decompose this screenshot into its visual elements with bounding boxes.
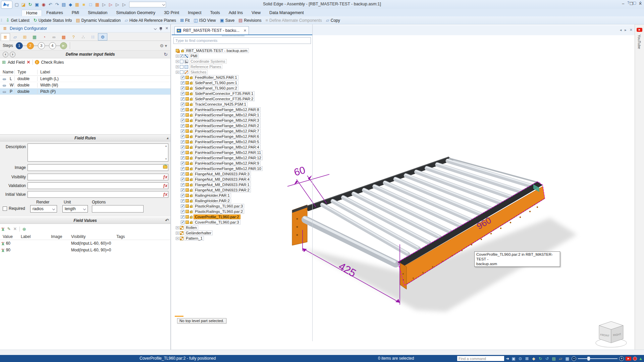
delete-value-icon[interactable]: ✕ bbox=[13, 227, 17, 231]
field-row[interactable]: W double Width (W) bbox=[0, 82, 170, 88]
column-header[interactable]: Label bbox=[21, 234, 51, 239]
expand-icon[interactable]: + bbox=[176, 232, 179, 235]
toolbar-button[interactable]: ▤ Revisions bbox=[236, 17, 263, 23]
tree-part-row[interactable]: PanHeadScrewFlange_M8x12.PAR:8 bbox=[172, 107, 313, 112]
properties-icon[interactable]: ▤ bbox=[61, 2, 67, 8]
tree-part-row[interactable]: FlangeNut_M8_DIN6923.PAR:3 bbox=[172, 171, 313, 177]
ribbon-tab[interactable]: Add Ins bbox=[224, 10, 247, 16]
tree-part-row[interactable]: PanHeadScrewFlange_M8x12.PAR:10 bbox=[172, 166, 313, 171]
step-circle[interactable]: 4 bbox=[49, 42, 56, 49]
screen-icon[interactable]: ▣ bbox=[511, 356, 516, 361]
value-row[interactable]: abcA60 Mod(Input.L-60, 60)=0 bbox=[0, 240, 170, 247]
tree-part-row[interactable]: FlangeNut_M8_DIN6923.PAR:2 bbox=[172, 187, 313, 193]
toolbar-grip[interactable]: ⁞⁞ bbox=[1, 18, 2, 22]
youtube-tab[interactable]: YouTube bbox=[637, 35, 641, 49]
stamp-icon[interactable]: ◉ bbox=[41, 2, 47, 8]
youtube-status-icon[interactable] bbox=[626, 357, 631, 361]
panel-menu-icon[interactable] bbox=[154, 27, 157, 29]
visibility-checkbox[interactable] bbox=[181, 97, 184, 101]
ribbon-tab[interactable]: 3D Print bbox=[160, 10, 183, 16]
ribbon-tab[interactable]: Data Management bbox=[265, 10, 308, 16]
minimize-button[interactable]: – bbox=[622, 1, 624, 6]
visibility-checkbox[interactable] bbox=[181, 145, 184, 149]
delete-field-icon[interactable]: ✕ bbox=[27, 60, 31, 65]
visibility-checkbox[interactable] bbox=[181, 167, 184, 171]
expand-icon[interactable]: + bbox=[176, 60, 179, 63]
tree-group-row[interactable]: + Pattern_1 bbox=[172, 236, 313, 241]
visibility-checkbox[interactable] bbox=[181, 183, 184, 187]
visibility-checkbox[interactable] bbox=[181, 156, 184, 160]
select-plane-icon[interactable]: ▷ bbox=[114, 2, 120, 8]
tree-part-row[interactable]: CoverProfile_TL960.par:2 bbox=[172, 214, 313, 220]
column-header[interactable]: Type bbox=[15, 70, 38, 74]
image-tool-icon[interactable]: ▦ bbox=[30, 33, 39, 41]
run-step-button[interactable]: ▶ bbox=[60, 42, 67, 49]
tree-system-row[interactable]: + Coordinate Systems bbox=[172, 59, 313, 64]
zoom-icon[interactable]: ⊙ bbox=[518, 356, 523, 361]
component-search-input[interactable] bbox=[173, 37, 311, 44]
visibility-checkbox[interactable] bbox=[181, 204, 184, 208]
graph-tool-icon[interactable]: ∴ bbox=[78, 33, 88, 41]
wireframe-icon[interactable]: □ bbox=[88, 2, 94, 8]
link-tool-icon[interactable]: ∞ bbox=[49, 33, 59, 41]
pin-icon[interactable] bbox=[160, 27, 162, 29]
browse-image-icon[interactable] bbox=[163, 165, 167, 169]
field-row[interactable]: P double Pitch (P) bbox=[0, 88, 170, 95]
step-circle[interactable]: 1 bbox=[16, 42, 23, 49]
ribbon-collapse-icon[interactable]: ^ bbox=[640, 1, 641, 5]
open-icon[interactable]: ◪ bbox=[20, 2, 26, 8]
visibility-checkbox[interactable] bbox=[181, 199, 184, 203]
gauge-tool-icon[interactable]: ◔ bbox=[40, 33, 49, 41]
translate-icon[interactable]: ⊛ bbox=[22, 227, 26, 232]
visibility-checkbox[interactable] bbox=[181, 113, 184, 117]
formula-icon[interactable]: ƒx bbox=[163, 175, 167, 179]
column-header[interactable]: Value bbox=[0, 234, 21, 239]
tree-part-row[interactable]: PanHeadScrewFlange_M8x12.PAR:12 bbox=[172, 155, 313, 161]
toolbar-button[interactable]: ≡ Define Alternate Components bbox=[263, 17, 324, 23]
zoom-out-button[interactable]: − bbox=[572, 356, 576, 361]
column-header[interactable]: Label bbox=[38, 70, 170, 74]
tree-part-row[interactable]: SidePanel_TL960.psm:2 bbox=[172, 85, 313, 91]
ribbon-tab[interactable]: View bbox=[247, 10, 265, 16]
toolbar-button[interactable]: ▱ Copy bbox=[324, 17, 342, 23]
tree-part-row[interactable]: PlasticRailings_TL960.par:3 bbox=[172, 203, 313, 209]
undo-icon[interactable]: ↶ bbox=[165, 218, 168, 223]
description-input[interactable]: ▲▼ bbox=[28, 143, 168, 162]
app-logo-icon[interactable] bbox=[1, 1, 12, 9]
visibility-checkbox[interactable] bbox=[181, 215, 184, 219]
grid-icon[interactable]: ▦ bbox=[94, 2, 100, 8]
add-value-icon[interactable]: abcA bbox=[1, 227, 5, 231]
options-input[interactable] bbox=[92, 205, 144, 213]
step-circle[interactable]: 2 bbox=[27, 42, 34, 49]
toolbar-button[interactable]: ▣ Save bbox=[218, 17, 236, 23]
tree-part-row[interactable]: CoverProfile_TL960.par:3 bbox=[172, 220, 313, 225]
copy-tool-icon[interactable]: ▱ bbox=[10, 33, 20, 41]
visibility-checkbox[interactable] bbox=[181, 172, 184, 176]
column-header[interactable]: Tags bbox=[116, 234, 170, 239]
column-header[interactable]: Name bbox=[0, 70, 15, 74]
components-tool-icon[interactable]: ⊞ bbox=[20, 33, 30, 41]
tree-part-row[interactable]: PanHeadScrewFlange_M8x12.PAR:11 bbox=[172, 150, 313, 155]
tree-part-row[interactable]: TrackConnector_N425.PSM:1 bbox=[172, 102, 313, 107]
refresh-icon[interactable]: ↻ bbox=[164, 52, 168, 57]
collapse-icon[interactable]: ▴ bbox=[167, 136, 168, 140]
rotate-icon[interactable]: ↻ bbox=[538, 356, 543, 361]
tree-part-row[interactable]: PanHeadScrewFlange_M8x12.PAR:7 bbox=[172, 128, 313, 134]
help-icon[interactable]: ? bbox=[627, 1, 629, 5]
toolbar-button[interactable]: ⊠ Fit bbox=[178, 17, 192, 23]
tab-list-close-icon[interactable]: ✕ bbox=[630, 28, 633, 32]
fit-icon[interactable]: ⊠ bbox=[524, 356, 530, 361]
visibility-checkbox[interactable] bbox=[180, 54, 183, 58]
panel-close-icon[interactable]: ✕ bbox=[165, 26, 168, 31]
redo-icon[interactable]: ↷ bbox=[54, 2, 60, 8]
view-cube[interactable]: FRONT RIGHT bbox=[596, 321, 627, 347]
formula-icon[interactable]: ƒx bbox=[163, 183, 167, 188]
quick-access-combobox[interactable] bbox=[129, 2, 166, 7]
tree-group-row[interactable]: + Rollen bbox=[172, 225, 313, 230]
find-command-input[interactable] bbox=[457, 356, 504, 361]
upload-icon[interactable]: ▲ bbox=[639, 356, 643, 361]
visibility-checkbox[interactable] bbox=[181, 108, 184, 112]
check-rules-button[interactable]: Check Rules bbox=[41, 60, 64, 65]
tree-part-row[interactable]: PanHeadScrewFlange_M8x12.PAR:4 bbox=[172, 144, 313, 150]
visibility-checkbox[interactable] bbox=[181, 178, 184, 181]
